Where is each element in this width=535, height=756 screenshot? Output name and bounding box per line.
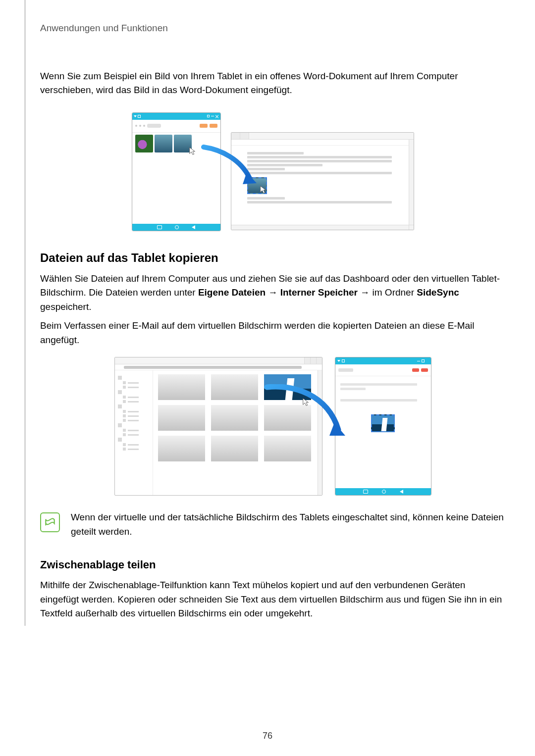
tablet-titlebar	[132, 113, 220, 120]
folder-tree	[115, 370, 153, 495]
virtual-tablet-window	[132, 112, 221, 231]
attached-image-placeholder	[371, 414, 395, 432]
recent-apps-icon	[157, 225, 162, 229]
cursor-icon	[302, 398, 311, 406]
cursor-icon	[188, 147, 197, 155]
thumbnail-image	[135, 135, 153, 152]
tablet-titlebar	[335, 357, 431, 364]
dropdown-icon	[337, 360, 340, 362]
file-thumbnail	[264, 405, 311, 431]
figure-explorer-to-tablet	[114, 357, 431, 496]
heading-copy-files-to-tablet: Dateien auf das Tablet kopieren	[40, 251, 505, 265]
back-icon	[192, 225, 195, 229]
thumbnail-image	[155, 135, 172, 152]
tablet-toolbar	[132, 120, 220, 133]
file-thumbnail	[211, 405, 258, 431]
figure-tablet-to-word	[40, 112, 505, 231]
path-segment: Eigene Dateien	[198, 287, 266, 298]
tablet-navbar	[132, 224, 220, 231]
document-body	[231, 146, 414, 210]
minimize-icon	[417, 361, 420, 361]
section1-paragraph1: Wählen Sie Dateien auf Ihrem Computer au…	[40, 272, 505, 314]
tablet-navbar	[335, 488, 431, 495]
cursor-icon	[259, 185, 268, 194]
close-icon	[215, 115, 218, 118]
minimize-icon	[207, 115, 210, 117]
email-compose-body	[335, 376, 431, 437]
word-document-window	[231, 132, 414, 230]
arrow-separator: →	[266, 287, 280, 298]
path-segment: Interner Speicher	[280, 287, 358, 298]
fullscreen-icon	[138, 115, 141, 118]
intro-paragraph: Wenn Sie zum Beispiel ein Bild von Ihrem…	[40, 69, 505, 98]
file-thumbnail	[158, 405, 205, 431]
section1-paragraph2: Beim Verfassen einer E-Mail auf dem virt…	[40, 319, 505, 347]
dropped-image-placeholder	[247, 177, 267, 194]
path-segment: SideSync	[417, 287, 459, 298]
file-thumbnail	[158, 436, 205, 461]
file-explorer-window	[114, 357, 322, 496]
home-icon	[175, 225, 179, 229]
back-icon	[400, 490, 403, 494]
file-thumbnail-selected	[264, 374, 311, 400]
page-number: 76	[263, 731, 272, 741]
file-thumbnail	[158, 374, 205, 400]
note-icon	[40, 512, 60, 532]
gallery-thumbnails	[132, 133, 220, 154]
text-fragment: gespeichert.	[40, 302, 92, 312]
note-callout: Wenn der virtuelle und der tatsächliche …	[40, 510, 505, 539]
home-icon	[382, 490, 386, 494]
virtual-tablet-window	[335, 357, 431, 496]
file-thumbnail	[211, 374, 258, 400]
close-icon	[426, 359, 429, 362]
heading-share-clipboard: Zwischenablage teilen	[40, 558, 505, 571]
fullscreen-icon	[342, 359, 345, 362]
dropdown-icon	[134, 115, 137, 117]
recent-apps-icon	[363, 490, 368, 494]
file-thumbnail	[264, 436, 311, 461]
file-thumbnail-pane	[153, 370, 322, 495]
text-fragment: im Ordner	[373, 287, 417, 298]
section2-paragraph: Mithilfe der Zwischenablage-Teilfunktion…	[40, 578, 505, 621]
restore-icon	[211, 116, 214, 116]
tablet-toolbar	[335, 364, 431, 376]
file-thumbnail	[211, 436, 258, 461]
arrow-separator: →	[358, 287, 373, 298]
breadcrumb-header: Anwendungen und Funktionen	[40, 22, 505, 35]
restore-icon	[422, 359, 425, 362]
note-text: Wenn der virtuelle und der tatsächliche …	[71, 510, 505, 539]
